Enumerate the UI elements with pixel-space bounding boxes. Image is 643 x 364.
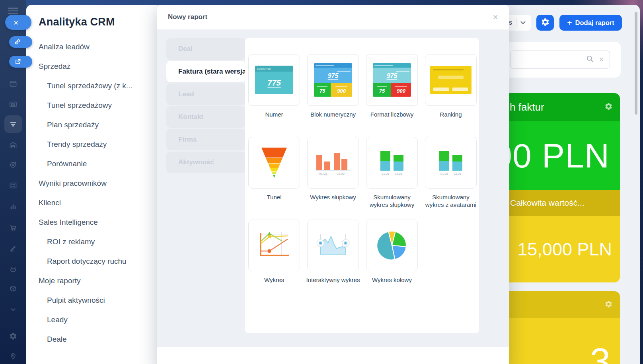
link-icon bbox=[9, 37, 21, 47]
bar-chart-icon[interactable] bbox=[9, 202, 18, 211]
entity-tab[interactable]: Kontakt bbox=[166, 106, 246, 128]
modal-title: Nowy raport bbox=[168, 13, 493, 21]
search-icon[interactable] bbox=[586, 55, 594, 64]
shopping-cart-icon[interactable] bbox=[9, 223, 18, 232]
format-main-value: 975 bbox=[387, 72, 397, 80]
report-type-label: Wykres słupkowy bbox=[304, 194, 362, 201]
report-type-wykres[interactable] bbox=[248, 220, 300, 271]
sidebar-nav-item[interactable]: Tunel sprzedażowy bbox=[26, 95, 157, 115]
report-type-label: Format liczbowy bbox=[363, 111, 421, 119]
entity-tab[interactable]: Deal bbox=[166, 38, 246, 60]
sidebar-nav-item[interactable]: Trendy sprzedaży bbox=[26, 134, 157, 154]
report-type-wykres-kolowy[interactable] bbox=[366, 220, 418, 271]
hamburger-menu-icon[interactable] bbox=[8, 6, 18, 16]
bar-chart-preview: 01.05 02.05 bbox=[315, 150, 351, 176]
app-window: Analityka CRM Analiza leadów Sprzedaż Tu… bbox=[26, 5, 640, 364]
entity-tab[interactable]: Aktywność bbox=[166, 152, 246, 173]
sidebar-nav-item-label: Sales Intelligence bbox=[39, 218, 98, 226]
settings-button[interactable] bbox=[536, 15, 554, 31]
report-type-cell: CONVERTED 775 Numer bbox=[248, 54, 300, 137]
report-type-cell: Wykres bbox=[248, 220, 300, 302]
calendar-icon[interactable] bbox=[9, 79, 18, 88]
pie-chart-preview bbox=[376, 230, 407, 261]
entity-tab[interactable]: Faktura (stara wersja) bbox=[166, 61, 246, 82]
sidebar-nav-item[interactable]: Sprzedaż bbox=[26, 56, 157, 76]
warehouse-icon[interactable] bbox=[9, 141, 18, 150]
report-types-panel: CONVERTED 775 Numer bbox=[245, 38, 479, 333]
sidebar-nav-item-label: Klienci bbox=[39, 199, 61, 207]
close-pill-button[interactable]: × bbox=[5, 15, 31, 30]
sidebar-nav-item[interactable]: Moje raporty bbox=[26, 271, 157, 290]
count-widget-value: 3 bbox=[590, 341, 610, 364]
package-icon[interactable] bbox=[9, 284, 18, 293]
entity-tab[interactable]: Firma bbox=[166, 129, 246, 150]
report-type-skumulowany-avatary[interactable]: 01.05 02.05 bbox=[425, 137, 477, 189]
invoices-secondary-section: 15,000 PLN bbox=[504, 216, 620, 282]
sidebar-nav-item[interactable]: Leady bbox=[26, 310, 157, 329]
entity-tab[interactable]: Lead bbox=[166, 84, 246, 105]
target-icon[interactable] bbox=[9, 160, 18, 169]
sidebar-nav-item-label: Plan sprzedaży bbox=[47, 121, 99, 129]
report-type-tunel[interactable] bbox=[248, 137, 300, 189]
report-type-wykres-slupkowy[interactable]: 01.05 02.05 bbox=[307, 137, 359, 189]
sidebar-nav-item[interactable]: ROI z reklamy bbox=[26, 232, 157, 251]
external-link-pill-button[interactable] bbox=[9, 56, 32, 68]
sidebar-nav-item[interactable]: Deale bbox=[26, 329, 157, 349]
entity-tab-label: Deal bbox=[178, 45, 193, 53]
format-right-value: 900 bbox=[397, 88, 405, 94]
interactive-chart-preview bbox=[315, 231, 351, 260]
scrollbar-thumb[interactable] bbox=[635, 12, 637, 115]
add-report-button[interactable]: + Dodaj raport bbox=[559, 15, 622, 31]
sidebar-nav-item-label: Deale bbox=[47, 335, 67, 343]
sidebar-nav-item[interactable]: Plan sprzedaży bbox=[26, 115, 157, 134]
report-type-label: Interaktywny wykres bbox=[304, 276, 362, 284]
search-input[interactable] bbox=[511, 51, 581, 68]
sidebar-nav-item[interactable]: Porównanie bbox=[26, 154, 157, 173]
report-type-ranking[interactable] bbox=[425, 54, 477, 106]
dropdown-divider bbox=[516, 18, 516, 27]
report-type-skumulowany-wykres[interactable]: 01.05 02.05 bbox=[366, 137, 418, 189]
pen-icon[interactable] bbox=[9, 244, 18, 253]
report-type-cell: 975 75 900 bbox=[307, 54, 359, 137]
report-type-cell: Interaktywny wykres bbox=[307, 220, 359, 302]
format-preview: 975 75 900 bbox=[373, 63, 411, 97]
sidebar-nav-item[interactable]: Raport dotyczący ruchu bbox=[26, 251, 157, 271]
task-board-icon[interactable] bbox=[9, 181, 18, 190]
search-box: × bbox=[511, 51, 610, 69]
report-type-numer[interactable]: CONVERTED 775 bbox=[248, 54, 300, 106]
sidebar-nav-item-label: Trendy sprzedaży bbox=[47, 140, 107, 148]
report-type-blok-numeryczny[interactable]: 975 75 900 bbox=[307, 54, 359, 106]
report-type-format-liczbowy[interactable]: 975 75 900 bbox=[366, 54, 418, 106]
location-pin-icon[interactable] bbox=[9, 352, 18, 361]
invoices-primary-section: 00 PLN bbox=[504, 121, 620, 190]
entity-tab-label: Firma bbox=[178, 136, 197, 144]
format-left-value: 75 bbox=[379, 88, 385, 94]
gear-icon[interactable] bbox=[9, 332, 18, 341]
bar-xlabel: 01.05 bbox=[382, 172, 389, 175]
sidebar-nav-item[interactable]: Tunel sprzedażowy (z k... bbox=[26, 76, 157, 95]
widget-gear-icon[interactable] bbox=[604, 102, 613, 112]
sidebar-nav-item[interactable]: Sales Intelligence bbox=[26, 212, 157, 232]
entity-tab-label: Kontakt bbox=[178, 113, 203, 121]
link-pill-button[interactable] bbox=[9, 36, 32, 48]
sidebar-nav-item[interactable]: Klienci bbox=[26, 193, 157, 212]
robot-icon[interactable] bbox=[9, 265, 18, 274]
sidebar-nav-item[interactable]: Wyniki pracowników bbox=[26, 173, 157, 193]
id-card-icon[interactable] bbox=[9, 100, 18, 109]
sidebar-nav-item[interactable]: Analiza leadów bbox=[26, 37, 157, 56]
sidebar-nav-item[interactable]: Pulpit aktywności bbox=[26, 290, 157, 310]
report-type-label: Wykres bbox=[246, 276, 303, 284]
numer-preview-value: 775 bbox=[267, 78, 281, 88]
sidebar-nav-item-label: Pulpit aktywności bbox=[47, 296, 105, 304]
filter-icon[interactable] bbox=[9, 120, 18, 128]
search-clear-icon[interactable]: × bbox=[599, 55, 604, 64]
invoices-widget-title: h faktur bbox=[510, 101, 604, 113]
report-nav-list: Analiza leadów Sprzedaż Tunel sprzedażow… bbox=[26, 37, 157, 349]
report-type-cell: 01.05 02.05 Wykres słupkowy bbox=[307, 137, 359, 220]
widget-gear-icon[interactable] bbox=[604, 300, 613, 310]
modal-header: Nowy raport × bbox=[157, 5, 509, 29]
chevron-down-icon[interactable] bbox=[9, 305, 18, 314]
report-type-interaktywny-wykres[interactable] bbox=[307, 220, 359, 271]
modal-close-icon[interactable]: × bbox=[493, 13, 498, 22]
bar-xlabel: 02.05 bbox=[454, 172, 461, 175]
